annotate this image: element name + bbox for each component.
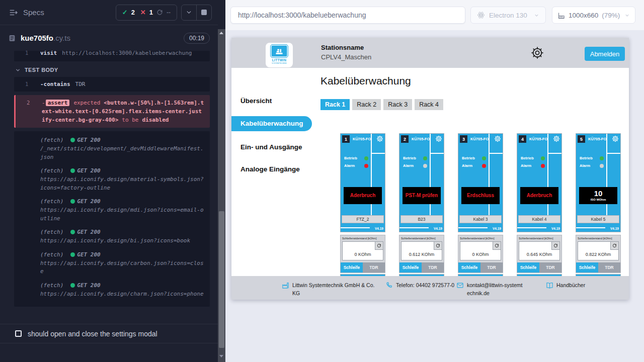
- pending-test[interactable]: should open and close the settings modal: [0, 324, 218, 343]
- card-settings-gear-icon[interactable]: [376, 135, 383, 142]
- passed-check-icon: ✓: [122, 9, 128, 16]
- card-settings-gear-icon[interactable]: [494, 135, 501, 142]
- command-arg: TDR: [75, 81, 86, 87]
- test-body-label: TEST BODY: [25, 67, 58, 73]
- footer-email[interactable]: kontakt@littwin-systemtechnik.de: [456, 281, 523, 298]
- resistance-readout: 0.612 KOhm: [401, 241, 442, 260]
- rack-tabs: Rack 1 Rack 2 Rack 3 Rack 4: [320, 99, 443, 110]
- url-input[interactable]: [230, 7, 465, 24]
- refresh-icon[interactable]: [434, 242, 442, 250]
- spec-file-row[interactable]: kue705fo.cy.ts 00:19: [0, 25, 218, 50]
- firmware-version: V4.19: [551, 227, 560, 230]
- refresh-icon[interactable]: [493, 242, 501, 250]
- resistance-label: Schleifenwiderstand [kOhm]: [517, 235, 561, 240]
- schleife-button[interactable]: Schleife: [341, 262, 363, 273]
- divider: [607, 153, 620, 154]
- footer-phone[interactable]: Telefon: 04402 972577-0: [385, 281, 457, 289]
- test-body-section[interactable]: TEST BODY: [15, 67, 210, 73]
- command-contains[interactable]: 1-containsTDR: [14, 77, 210, 92]
- status-ok-dot: [70, 230, 75, 234]
- stop-icon: [201, 10, 207, 15]
- spec-file-icon: [8, 34, 16, 42]
- card-settings-gear-icon[interactable]: [553, 135, 560, 142]
- collapse-button[interactable]: [182, 5, 196, 20]
- factory-icon: [282, 282, 289, 289]
- fetch-log-entry[interactable]: (fetch)GET 200 https://api.iconify.desig…: [14, 228, 205, 245]
- browser-select[interactable]: Electron 130: [470, 7, 546, 24]
- fetch-log-entry[interactable]: (fetch)GET 200 https://api.iconify.desig…: [14, 251, 205, 276]
- refresh-icon[interactable]: [610, 242, 618, 250]
- sidebar-item-ein-und-ausgaenge[interactable]: Ein- und Ausgänge: [240, 143, 302, 151]
- alarm-label: Alarm: [403, 163, 414, 168]
- rack-tab[interactable]: Rack 3: [383, 99, 412, 110]
- resistance-readout: 0 KOhm: [460, 241, 501, 260]
- command-assert-failed[interactable]: 2-assertexpected<button.w-[50%].h-[1.563…: [14, 95, 210, 128]
- rack-tab[interactable]: Rack 4: [415, 99, 443, 110]
- slot-number: 5: [578, 135, 585, 143]
- betrieb-led: [600, 156, 604, 160]
- footer-manuals[interactable]: Handbücher: [546, 281, 585, 289]
- device-card: 2 KÜ705-FO Betrieb: [399, 133, 444, 278]
- logout-button[interactable]: Abmelden: [585, 47, 625, 61]
- viewport-size-select[interactable]: 1000x660 (79%): [552, 7, 635, 24]
- fetch-log-entry[interactable]: (fetch)GET 200 /_next/static/development…: [14, 136, 205, 161]
- assert-badge: assert: [46, 100, 70, 106]
- resistance-readout: 0.822 KOhm: [578, 241, 619, 260]
- logo-text: LITTWIN: [272, 59, 286, 62]
- reporter-header: Specs ✓ 2 ✕ 1 --: [0, 0, 218, 25]
- status-display: 10 ISO MOhm: [579, 187, 617, 204]
- alarm-label: Alarm: [580, 163, 590, 168]
- pending-refresh-icon: [156, 9, 163, 16]
- tdr-button-disabled[interactable]: TDR: [598, 262, 620, 273]
- refresh-icon[interactable]: [551, 242, 559, 250]
- alarm-label: Alarm: [344, 163, 355, 168]
- device-card: 4 KÜ705-FO Betrieb: [517, 133, 562, 278]
- tdr-button-disabled[interactable]: TDR: [422, 262, 444, 273]
- schleife-button[interactable]: Schleife: [458, 262, 480, 273]
- card-settings-gear-icon[interactable]: [435, 135, 442, 142]
- fetch-log-entry[interactable]: (fetch)GET 200 https://api.iconify.desig…: [14, 282, 205, 299]
- settings-gear-icon[interactable]: [530, 46, 544, 60]
- resistance-label: Schleifenwiderstand [kOhm]: [341, 235, 385, 240]
- fetch-log-entry[interactable]: (fetch)GET 200 https://api.iconify.desig…: [14, 198, 205, 223]
- device-cards: 1 KÜ705-FO Betrieb: [340, 133, 621, 278]
- scrollbar-thumb[interactable]: [219, 211, 224, 348]
- schleife-button[interactable]: Schleife: [576, 262, 598, 273]
- tdr-button-disabled[interactable]: TDR: [480, 262, 503, 273]
- refresh-icon[interactable]: [375, 242, 383, 250]
- specs-menu-icon[interactable]: [9, 8, 18, 17]
- resistance-value: 0 KOhm: [460, 252, 501, 257]
- sidebar-item-kabelueberwachung-active[interactable]: Kabelüberwachung: [231, 116, 312, 131]
- reporter-scrollbar[interactable]: [218, 0, 225, 362]
- device-model: KÜ705-FO: [588, 137, 606, 141]
- run-stats[interactable]: ✓ 2 ✕ 1 --: [116, 5, 177, 21]
- sidebar-item-analoge-eingaenge[interactable]: Analoge Eingänge: [240, 165, 300, 173]
- spec-timer: 00:19: [184, 33, 210, 44]
- viewport-size: 1000x660: [569, 12, 598, 19]
- scroll-down-arrow-icon[interactable]: [219, 355, 223, 357]
- failed-count: 1: [149, 9, 153, 16]
- command-visit[interactable]: 1visithttp://localhost:3000/kabelueberwa…: [14, 51, 210, 61]
- rack-tab[interactable]: Rack 1: [320, 99, 350, 110]
- sidebar-item-uebersicht[interactable]: Übersicht: [240, 97, 272, 105]
- stop-button[interactable]: [196, 5, 211, 20]
- schleife-button[interactable]: Schleife: [399, 262, 422, 273]
- card-settings-gear-icon[interactable]: [612, 135, 619, 142]
- schleife-button[interactable]: Schleife: [517, 262, 539, 273]
- status-ok-dot: [70, 168, 75, 173]
- logo-subtext: SYSTEMTECHNIK: [272, 63, 287, 65]
- resistance-readout: 0 KOhm: [342, 241, 383, 260]
- loop-resistance-panel: Schleifenwiderstand [kOhm] 0 KOhm Schlei…: [458, 235, 503, 273]
- status-display: Erdschluss: [461, 187, 500, 204]
- resistance-label: Schleifenwiderstand [kOhm]: [576, 235, 620, 240]
- viewport-zoom: (79%): [602, 12, 620, 19]
- tdr-button-disabled[interactable]: TDR: [539, 262, 561, 273]
- tdr-button-disabled[interactable]: TDR: [363, 262, 385, 273]
- fetch-log-entry[interactable]: (fetch)GET 200 https://api.iconify.desig…: [14, 167, 205, 192]
- resistance-label: Schleifenwiderstand [kOhm]: [458, 235, 503, 240]
- command-name: -contains: [40, 81, 70, 87]
- rack-tab[interactable]: Rack 2: [352, 99, 381, 110]
- scroll-up-arrow-icon[interactable]: [219, 32, 223, 34]
- device-model: KÜ705-FO: [470, 137, 489, 141]
- device-card: 1 KÜ705-FO Betrieb: [340, 133, 385, 278]
